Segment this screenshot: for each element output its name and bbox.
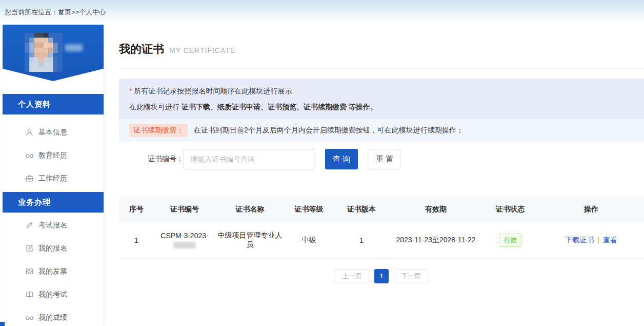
col-header-status: 证书状态 <box>482 197 538 222</box>
pagination: 上一页 1 下一页 <box>119 269 644 283</box>
renewal-notice-panel: 证书续期缴费： 在证书到期日前2个月及后两个月内会开启续期缴费按钮，可在此模块进… <box>119 119 644 142</box>
sidebar-item-my-invoice[interactable]: 我的发票 <box>3 260 104 283</box>
sidebar: 个人资料 基本信息 教育经历 工作经历 业务办理 <box>3 25 104 326</box>
page-title-en: MY CERTIFICATE <box>169 46 235 54</box>
view-cert-link[interactable]: 查看 <box>603 236 617 244</box>
sidebar-item-exam-registration[interactable]: 考试报名 <box>3 214 104 237</box>
col-header-cert-name: 证书名称 <box>215 197 285 222</box>
invoice-icon <box>25 267 34 276</box>
avatar <box>25 33 63 72</box>
required-asterisk: * <box>129 87 132 95</box>
col-header-cert-level: 证书等级 <box>285 197 333 222</box>
cell-actions: 下载证书|查看 <box>538 222 644 258</box>
page-title: 我的证书 MY CERTIFICATE <box>119 42 644 69</box>
search-bar: 证书编号： 查 询 重 置 <box>119 149 644 169</box>
reset-button[interactable]: 重 置 <box>369 149 400 169</box>
breadcrumb-prefix: 您当前所在位置： <box>5 8 58 17</box>
col-header-validity: 有效期 <box>390 197 482 222</box>
download-cert-link[interactable]: 下载证书 <box>565 236 594 244</box>
next-page-button[interactable]: 下一页 <box>394 269 428 283</box>
notice-line-2: 在此模块可进行 证书下载、纸质证书申请、证书预览、证书续期缴费 等操作。 <box>129 101 634 112</box>
breadcrumb-separator: >> <box>71 8 79 16</box>
book-icon <box>25 290 34 299</box>
cert-no-input[interactable] <box>184 149 314 169</box>
query-button[interactable]: 查 询 <box>325 149 358 169</box>
sidebar-item-work[interactable]: 工作经历 <box>3 167 104 190</box>
sidebar-item-label: 工作经历 <box>38 174 67 183</box>
sidebar-section-business[interactable]: 业务办理 <box>3 192 104 213</box>
sidebar-item-label: 我的发票 <box>38 267 67 276</box>
certificate-table: 序号 证书编号 证书名称 证书等级 证书版本 有效期 证书状态 操作 1 CSP… <box>119 197 644 259</box>
breadcrumb-current[interactable]: 个人中心 <box>79 8 106 17</box>
table-row: 1 CSPM-3-2023- 中级项目管理专业人员 中级 1 2023-11-2… <box>119 222 644 258</box>
cert-no-label: 证书编号： <box>148 155 184 164</box>
personal-center-page: 您当前所在位置：首页>>个人中心 <box>0 0 644 326</box>
sidebar-item-my-scores[interactable]: 我的成绩 <box>3 306 104 326</box>
user-icon <box>25 128 34 137</box>
pencil-icon <box>25 221 34 229</box>
cert-no-redacted <box>173 242 196 248</box>
breadcrumb-home-link[interactable]: 首页 <box>58 8 71 17</box>
sidebar-item-label: 我的成绩 <box>38 313 67 322</box>
sidebar-item-label: 我的考试 <box>38 290 67 299</box>
sidebar-item-label: 基本信息 <box>38 128 67 137</box>
cell-status: 有效 <box>482 222 538 258</box>
glasses-icon <box>25 151 34 160</box>
renewal-badge: 证书续期缴费： <box>129 124 188 137</box>
edit-note-icon <box>25 244 34 253</box>
sidebar-group-profile: 基本信息 教育经历 工作经历 <box>3 114 104 190</box>
page-1-button[interactable]: 1 <box>374 269 389 283</box>
status-badge: 有效 <box>499 234 521 247</box>
glasses-icon <box>25 313 34 322</box>
briefcase-icon <box>25 174 34 183</box>
col-header-actions: 操作 <box>538 197 644 222</box>
cell-cert-level: 中级 <box>285 222 333 258</box>
cell-validity: 2023-11-23至2028-11-22 <box>390 222 482 258</box>
cell-cert-version: 1 <box>333 222 390 258</box>
sidebar-item-my-exams[interactable]: 我的考试 <box>3 283 104 306</box>
notice-line-1: *所有证书记录按照报名时间顺序在此模块进行展示 <box>129 85 634 97</box>
renewal-text: 在证书到期日前2个月及后两个月内会开启续期缴费按钮，可在此模块进行续期操作； <box>194 126 464 135</box>
table-header-row: 序号 证书编号 证书名称 证书等级 证书版本 有效期 证书状态 操作 <box>119 197 644 222</box>
sidebar-item-basic-info[interactable]: 基本信息 <box>3 121 104 144</box>
breadcrumb: 您当前所在位置：首页>>个人中心 <box>0 0 644 24</box>
cell-cert-no: CSPM-3-2023- <box>154 222 215 258</box>
cell-cert-name: 中级项目管理专业人员 <box>215 222 285 258</box>
user-name-redacted <box>65 44 83 51</box>
corner-decoration <box>0 322 5 326</box>
col-header-cert-no: 证书编号 <box>154 197 215 222</box>
sidebar-section-profile[interactable]: 个人资料 <box>3 94 104 114</box>
sidebar-item-label: 教育经历 <box>38 151 67 160</box>
prev-page-button[interactable]: 上一页 <box>335 269 369 283</box>
user-banner <box>3 25 104 81</box>
sidebar-item-label: 我的报名 <box>38 244 67 253</box>
page-title-zh: 我的证书 <box>119 42 164 57</box>
sidebar-group-business: 考试报名 我的报名 我的发票 我的考试 <box>3 213 104 326</box>
main-content: 我的证书 MY CERTIFICATE *所有证书记录按照报名时间顺序在此模块进… <box>119 24 644 326</box>
action-separator: | <box>597 236 599 244</box>
sidebar-item-my-registration[interactable]: 我的报名 <box>3 237 104 260</box>
notice-panel: *所有证书记录按照报名时间顺序在此模块进行展示 在此模块可进行 证书下载、纸质证… <box>119 79 644 119</box>
sidebar-item-label: 考试报名 <box>38 221 67 230</box>
cell-index: 1 <box>119 222 154 258</box>
sidebar-item-education[interactable]: 教育经历 <box>3 144 104 167</box>
col-header-index: 序号 <box>119 197 154 222</box>
breadcrumb-bar: 您当前所在位置：首页>>个人中心 <box>0 0 644 24</box>
col-header-cert-version: 证书版本 <box>333 197 390 222</box>
